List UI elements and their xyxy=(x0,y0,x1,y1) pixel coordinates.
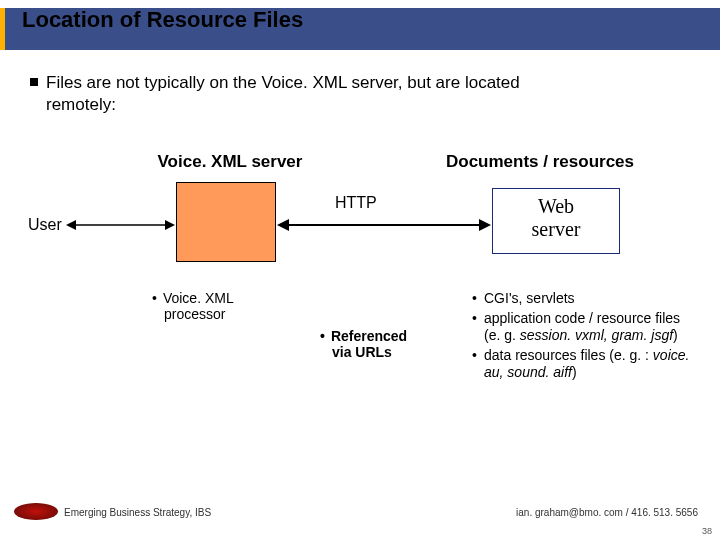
svg-marker-1 xyxy=(66,220,76,230)
referenced-urls-bullet: • Referenced via URLs xyxy=(320,328,470,360)
resources-item-2c: ) xyxy=(673,327,678,343)
resources-list: CGI's, servlets application code / resou… xyxy=(470,290,690,384)
svg-marker-2 xyxy=(165,220,175,230)
proc-line2: processor xyxy=(164,306,225,322)
voicexml-processor-bullet: • Voice. XML processor xyxy=(152,290,312,322)
arrow-http xyxy=(277,218,491,232)
resources-item-3a: data resources files (e. g. : xyxy=(484,347,653,363)
column-heading-left: Voice. XML server xyxy=(120,152,340,172)
footer-contact: ian. graham@bmo. com / 416. 513. 5656 xyxy=(516,507,698,518)
user-label: User xyxy=(28,216,62,234)
resources-item-2: application code / resource files (e. g.… xyxy=(470,310,690,345)
main-bullet-text-1: Files are not typically on the Voice. XM… xyxy=(46,73,520,92)
footer-strategy: Emerging Business Strategy, IBS xyxy=(64,507,211,518)
slide: Location of Resource Files Files are not… xyxy=(0,0,720,540)
main-bullet-text-2: remotely: xyxy=(46,94,670,116)
ref-line1: Referenced xyxy=(331,328,407,344)
resources-item-3: data resources files (e. g. : voice. au,… xyxy=(470,347,690,382)
svg-marker-5 xyxy=(479,219,491,231)
ref-line2: via URLs xyxy=(332,344,392,360)
title-accent xyxy=(0,8,5,50)
svg-marker-4 xyxy=(277,219,289,231)
http-label: HTTP xyxy=(335,194,377,212)
resources-item-2b: session. vxml, gram. jsgf xyxy=(520,327,673,343)
web-server-box: Web server xyxy=(492,188,620,254)
logo-emfisys xyxy=(14,502,58,520)
logo-oval-icon xyxy=(14,503,58,520)
square-bullet-icon xyxy=(30,78,38,86)
bullet-icon: • xyxy=(320,328,325,344)
web-server-label-line1: Web xyxy=(493,195,619,218)
column-heading-right: Documents / resources xyxy=(420,152,660,172)
main-bullet: Files are not typically on the Voice. XM… xyxy=(30,72,670,116)
slide-title: Location of Resource Files xyxy=(22,7,303,33)
voicexml-server-box xyxy=(176,182,276,262)
bullet-icon: • xyxy=(152,290,157,306)
resources-item-3c: ) xyxy=(572,364,577,380)
resources-item-1: CGI's, servlets xyxy=(470,290,690,308)
arrow-user-to-vxml xyxy=(66,219,175,231)
proc-line1: Voice. XML xyxy=(163,290,234,306)
web-server-label-line2: server xyxy=(493,218,619,241)
page-number: 38 xyxy=(702,526,712,536)
